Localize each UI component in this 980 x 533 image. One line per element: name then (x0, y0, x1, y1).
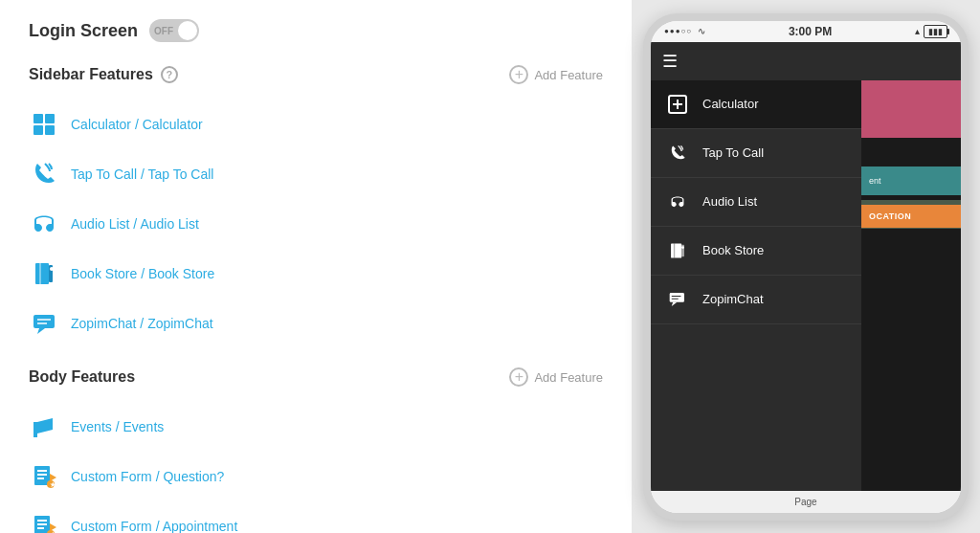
custom-form-q-label: Custom Form / Question? (71, 469, 224, 484)
list-item[interactable]: ★ Custom Form / Appointment (29, 501, 603, 533)
svg-rect-2 (33, 125, 43, 135)
list-item[interactable]: Calculator / Calculator (29, 100, 603, 149)
sidebar-audio-list-label: Audio List (702, 194, 757, 209)
svg-rect-4 (35, 263, 49, 284)
audio-list-icon (29, 209, 59, 239)
sidebar-features-header: Sidebar Features ? + Add Feature (29, 65, 603, 84)
orange-label: OCATION (869, 211, 911, 221)
login-toggle[interactable]: OFF (149, 19, 199, 42)
left-panel: Login Screen OFF Sidebar Features ? + Ad… (0, 0, 632, 533)
wifi-icon: ∿ (698, 26, 705, 36)
phone-frame: ●●●○○ ∿ 3:00 PM ▴ ▮▮▮ ☰ (643, 13, 969, 521)
custom-form-q-icon: ★ (29, 461, 59, 492)
hamburger-icon[interactable]: ☰ (662, 51, 678, 72)
status-left: ●●●○○ ∿ (664, 26, 705, 36)
svg-rect-31 (674, 243, 675, 257)
phone-content: ☰ Calculator (651, 42, 961, 491)
sidebar-item-audio-list[interactable]: Audio List (651, 178, 861, 227)
phone-bottom-bar: Page (651, 491, 961, 513)
body-plus-icon: + (509, 367, 528, 387)
list-item[interactable]: Book Store / Book Store (29, 249, 603, 299)
sidebar-plus-icon: + (509, 65, 528, 84)
sidebar-add-feature-button[interactable]: + Add Feature (509, 65, 603, 84)
sidebar-book-icon (666, 239, 689, 262)
svg-rect-3 (45, 125, 55, 135)
sidebar-item-zopim-chat[interactable]: ZopimChat (651, 276, 861, 324)
content-block-pink (861, 80, 961, 138)
app-main-content: ent nals OCATION (861, 80, 961, 491)
svg-rect-22 (37, 520, 47, 522)
svg-point-33 (681, 246, 684, 249)
svg-marker-14 (50, 474, 56, 481)
sidebar-item-tap-to-call[interactable]: Tap To Call (651, 129, 861, 178)
zopim-chat-icon (29, 308, 59, 339)
svg-rect-11 (33, 422, 37, 437)
svg-rect-15 (37, 470, 47, 472)
sidebar-headphones-icon (666, 190, 689, 213)
content-block-orange: OCATION (861, 205, 961, 228)
svg-rect-16 (37, 474, 47, 476)
zopim-chat-label: ZopimChat / ZopimChat (71, 316, 213, 331)
svg-rect-1 (45, 114, 55, 123)
sidebar-item-book-store[interactable]: Book Store (651, 227, 861, 276)
sidebar-tap-to-call-label: Tap To Call (702, 145, 764, 160)
content-block-teal: ent (861, 167, 961, 195)
svg-rect-23 (37, 523, 47, 525)
body-section-title: Body Features (29, 368, 135, 386)
svg-marker-12 (37, 418, 53, 433)
list-item[interactable]: Audio List / Audio List (29, 199, 603, 249)
sidebar-help-icon[interactable]: ? (161, 66, 178, 83)
calculator-label: Calculator / Calculator (71, 117, 203, 132)
book-store-icon (29, 258, 59, 289)
body-title-group: Body Features (29, 368, 135, 386)
body-add-feature-button[interactable]: + Add Feature (509, 367, 603, 387)
tap-to-call-icon (29, 159, 59, 189)
right-panel: ●●●○○ ∿ 3:00 PM ▴ ▮▮▮ ☰ (632, 0, 980, 533)
sidebar-zopim-chat-label: ZopimChat (702, 292, 764, 306)
list-item[interactable]: Events / Events (29, 402, 603, 452)
sidebar-chat-icon (666, 288, 689, 311)
signal-icon: ▴ (915, 26, 920, 36)
sidebar-calculator-label: Calculator (702, 97, 759, 111)
toggle-thumb (178, 21, 197, 40)
sidebar-calc-icon (666, 93, 689, 116)
svg-rect-34 (670, 293, 684, 302)
custom-form-a-label: Custom Form / Appointment (71, 519, 237, 533)
list-item[interactable]: ZopimChat / ZopimChat (29, 299, 603, 348)
svg-rect-17 (37, 477, 44, 479)
svg-point-7 (50, 267, 54, 271)
list-item[interactable]: ★ Custom Form / Question? (29, 452, 603, 501)
teal-label: ent (869, 176, 881, 186)
login-screen-title: Login Screen (29, 21, 138, 41)
body-add-feature-label: Add Feature (534, 370, 603, 385)
signal-dots: ●●●○○ (664, 27, 692, 35)
toggle-label: OFF (154, 26, 173, 36)
body-feature-list: Events / Events ★ Custom Form / Question… (29, 402, 603, 533)
svg-rect-8 (33, 315, 55, 328)
svg-marker-21 (50, 523, 56, 531)
svg-rect-0 (33, 114, 43, 123)
events-label: Events / Events (71, 419, 164, 434)
sidebar-item-calculator[interactable]: Calculator (651, 80, 861, 129)
sidebar-feature-list: Calculator / Calculator Tap To Call / Ta… (29, 100, 603, 348)
bottom-bar-label: Page (794, 497, 816, 507)
app-header: ☰ (651, 42, 961, 80)
svg-rect-30 (671, 243, 681, 257)
audio-list-label: Audio List / Audio List (71, 216, 199, 232)
list-item[interactable]: Tap To Call / Tap To Call (29, 149, 603, 199)
calculator-icon (29, 109, 59, 140)
sidebar-book-store-label: Book Store (702, 243, 764, 257)
book-store-label: Book Store / Book Store (71, 266, 214, 281)
status-right: ▴ ▮▮▮ (915, 25, 947, 38)
svg-text:★: ★ (50, 481, 56, 488)
svg-rect-5 (39, 263, 41, 284)
tap-to-call-label: Tap To Call / Tap To Call (71, 167, 213, 182)
login-row: Login Screen OFF (29, 19, 603, 42)
sidebar-section-title: Sidebar Features (29, 66, 153, 83)
battery-icon: ▮▮▮ (924, 25, 947, 38)
status-time: 3:00 PM (789, 25, 832, 38)
sidebar-title-group: Sidebar Features ? (29, 66, 178, 83)
app-sidebar: Calculator Tap To Call (651, 80, 861, 491)
events-icon (29, 411, 59, 442)
body-features-header: Body Features + Add Feature (29, 367, 603, 387)
